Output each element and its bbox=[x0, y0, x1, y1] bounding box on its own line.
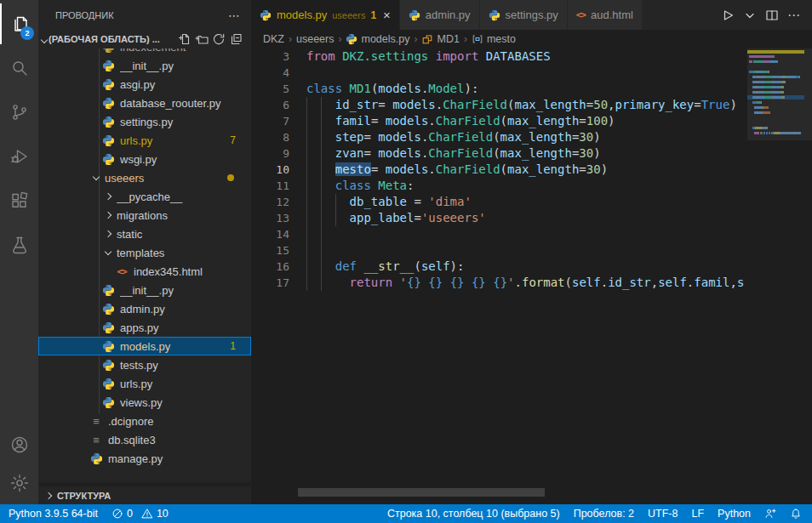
chevron-down-icon[interactable] bbox=[741, 6, 759, 25]
outline-section-header[interactable]: СТРУКТУРА bbox=[38, 486, 251, 504]
file-tree: indexelement__init__.pyasgi.pydatabase_r… bbox=[38, 48, 251, 470]
bell-icon[interactable] bbox=[790, 508, 802, 520]
run-icon[interactable] bbox=[718, 6, 737, 25]
indent-guide bbox=[306, 113, 307, 129]
indent-guide bbox=[306, 129, 307, 145]
tree-file-.dcignore[interactable]: ≡.dcignore bbox=[38, 412, 251, 430]
tree-folder-migrations[interactable]: migrations bbox=[38, 206, 251, 225]
activity-item-testing[interactable] bbox=[0, 225, 38, 265]
horizontal-scrollbar[interactable] bbox=[298, 488, 545, 497]
activity-item-extensions[interactable] bbox=[0, 180, 38, 221]
tree-item-label: views.py bbox=[120, 396, 251, 409]
tree-file-tests.py[interactable]: tests.py bbox=[38, 355, 251, 374]
status-interpreter[interactable]: Python 3.9.5 64-bit bbox=[9, 508, 98, 520]
refresh-icon[interactable] bbox=[210, 31, 227, 48]
code-token: , bbox=[651, 276, 658, 289]
activity-item-explorer[interactable]: 2 bbox=[0, 3, 38, 44]
activity-item-source-control[interactable] bbox=[0, 92, 38, 133]
line-content: db_table = 'dima' bbox=[306, 194, 472, 210]
more-actions-icon[interactable]: ⋯ bbox=[228, 9, 241, 22]
tree-item-label: __init__.py bbox=[120, 284, 251, 297]
collapse-all-icon[interactable] bbox=[227, 31, 244, 48]
tree-file-wsgi.py[interactable]: wsgi.py bbox=[38, 150, 251, 168]
tree-file-urls.py[interactable]: urls.py7 bbox=[38, 131, 251, 150]
tree-file-index345.html[interactable]: <>index345.html bbox=[38, 262, 251, 281]
tree-folder-static[interactable]: static bbox=[38, 225, 251, 243]
workspace-section-header[interactable]: (РАБОЧАЯ ОБЛАСТЬ) ... bbox=[38, 30, 251, 48]
indent-guide bbox=[306, 242, 307, 259]
editor-actions: ⋯ bbox=[718, 0, 812, 30]
tree-folder-useeers[interactable]: useeers bbox=[38, 168, 251, 187]
indent-guide bbox=[306, 178, 307, 194]
activity-item-settings[interactable] bbox=[0, 463, 38, 503]
code-token: 100 bbox=[586, 114, 608, 128]
tree-file-asgi.py[interactable]: asgi.py bbox=[38, 75, 251, 94]
code-token bbox=[306, 211, 350, 225]
indent-guide bbox=[321, 259, 322, 275]
tree-file-models.py[interactable]: models.py1 bbox=[38, 337, 251, 355]
tree-file-views.py[interactable]: views.py bbox=[38, 393, 251, 412]
activity-item-account[interactable] bbox=[0, 424, 38, 465]
code-token: __str__ bbox=[357, 259, 414, 273]
activity-item-search[interactable] bbox=[0, 48, 38, 88]
tree-folder-__pycache__[interactable]: __pycache__ bbox=[38, 187, 251, 206]
status-text: UTF-8 bbox=[648, 508, 678, 520]
breadcrumb-item-mesto[interactable]: mesto bbox=[472, 33, 516, 45]
tree-file-urls.py[interactable]: urls.py bbox=[38, 374, 251, 393]
tree-item-label: manage.py bbox=[108, 452, 251, 465]
line-content: zvan= models.CharField(max_length=30) bbox=[306, 145, 601, 162]
python-file-icon bbox=[89, 452, 103, 465]
code-token: 50 bbox=[593, 98, 608, 111]
tab-admin.py[interactable]: admin.py bbox=[400, 0, 480, 30]
tree-file-apps.py[interactable]: apps.py bbox=[38, 318, 251, 337]
new-file-icon[interactable] bbox=[176, 31, 193, 48]
tree-file-settings.py[interactable]: settings.py bbox=[38, 112, 251, 131]
code-token: db_table bbox=[350, 195, 407, 208]
breadcrumb-item-DKZ[interactable]: DKZ bbox=[263, 33, 284, 45]
code-editor[interactable]: 3from DKZ.settings import DATABASES45cla… bbox=[251, 48, 812, 504]
modified-dot-icon bbox=[227, 174, 234, 181]
code-token bbox=[464, 276, 471, 289]
feedback-icon[interactable] bbox=[764, 508, 776, 520]
more-icon[interactable]: ⋯ bbox=[785, 6, 803, 25]
code-token: ( bbox=[500, 114, 507, 128]
tree-file-database_roouter.py[interactable]: database_roouter.py bbox=[38, 94, 251, 112]
breadcrumb-item-models.py[interactable]: models.py bbox=[346, 33, 409, 45]
close-icon[interactable]: × bbox=[383, 9, 391, 21]
tab-models.py[interactable]: models.pyuseeers1× bbox=[251, 0, 400, 30]
tree-file-db.sqlite3[interactable]: ≡db.sqlite3 bbox=[38, 430, 251, 449]
code-token: from bbox=[306, 49, 335, 63]
status-cursor-position[interactable]: Строка 10, столбец 10 (выбрано 5) bbox=[387, 508, 560, 520]
tree-file-manage.py[interactable]: manage.py bbox=[38, 449, 251, 468]
breadcrumb-item-useeers[interactable]: useeers bbox=[296, 33, 334, 45]
activity-item-run-debug[interactable] bbox=[0, 136, 38, 177]
split-editor-icon[interactable] bbox=[763, 6, 781, 25]
status-encoding[interactable]: UTF-8 bbox=[648, 508, 678, 520]
tree-file-indexelement[interactable]: indexelement bbox=[38, 48, 251, 56]
tab-settings.py[interactable]: settings.py bbox=[480, 0, 568, 30]
tree-folder-templates[interactable]: templates bbox=[38, 243, 251, 262]
code-token: ) bbox=[729, 98, 736, 111]
breadcrumb-item-MD1[interactable]: MD1 bbox=[421, 33, 459, 45]
tab-aud.html[interactable]: <>aud.html bbox=[568, 0, 643, 30]
explorer-badge: 2 bbox=[20, 26, 34, 40]
status-problems[interactable]: 010 bbox=[112, 508, 169, 520]
status-indentation[interactable]: Пробелов: 2 bbox=[574, 508, 634, 520]
tree-item-label: urls.py bbox=[120, 134, 230, 147]
html-file-icon: <> bbox=[115, 264, 129, 278]
code-token: return bbox=[350, 276, 393, 289]
status-eol[interactable]: LF bbox=[691, 508, 704, 520]
code-token: models bbox=[378, 130, 421, 144]
tree-file-admin.py[interactable]: admin.py bbox=[38, 299, 251, 318]
status-language-mode[interactable]: Python bbox=[718, 508, 751, 520]
tree-file-__init__.py[interactable]: __init__.py bbox=[38, 56, 251, 75]
code-token: max_length bbox=[507, 114, 579, 128]
minimap[interactable] bbox=[747, 48, 804, 151]
code-token: id_str bbox=[608, 276, 651, 289]
new-folder-icon[interactable] bbox=[193, 31, 210, 48]
line-number: 6 bbox=[251, 97, 289, 113]
tree-file-__init__.py[interactable]: __init__.py bbox=[38, 281, 251, 299]
minimap-line bbox=[749, 55, 775, 58]
minimap-line bbox=[749, 81, 786, 83]
code-token: models bbox=[378, 82, 421, 95]
